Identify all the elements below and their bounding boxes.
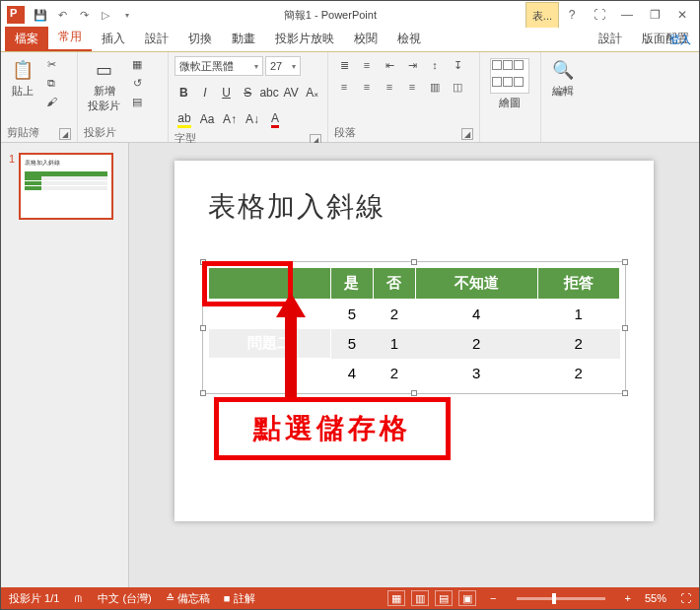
row-header[interactable]: 問題二	[209, 329, 331, 359]
close-button[interactable]: ✕	[669, 5, 695, 25]
minimize-button[interactable]: —	[614, 5, 640, 25]
change-case-button[interactable]: Aa	[197, 109, 217, 129]
clipboard-launcher[interactable]: ◢	[59, 128, 71, 140]
slide-canvas[interactable]: 表格加入斜線 是 否 不知道	[175, 161, 654, 521]
shadow-button[interactable]: abc	[259, 83, 278, 102]
grow-font-button[interactable]: A↑	[220, 109, 240, 129]
underline-button[interactable]: U	[217, 83, 236, 102]
resize-handle[interactable]	[622, 259, 628, 265]
italic-button[interactable]: I	[196, 83, 215, 102]
table-cell[interactable]: 3	[415, 359, 537, 388]
shapes-button[interactable]: 繪圖	[486, 56, 533, 112]
undo-icon[interactable]: ↶	[54, 7, 70, 23]
tab-transitions[interactable]: 切換	[178, 27, 222, 51]
comments-button[interactable]: ■ 註解	[224, 591, 255, 606]
table-header[interactable]: 拒答	[537, 268, 619, 300]
line-spacing-button[interactable]: ↕	[425, 56, 445, 74]
start-slideshow-icon[interactable]: ▷	[98, 7, 113, 23]
smartart-button[interactable]: ◫	[448, 78, 467, 96]
redo-icon[interactable]: ↷	[76, 7, 92, 23]
table-header[interactable]: 否	[373, 268, 415, 300]
table-object[interactable]: 是 否 不知道 拒答 問題一 5 2 4 1 問題二 5	[208, 267, 620, 388]
resize-handle[interactable]	[622, 390, 628, 396]
font-color-button[interactable]: A	[265, 109, 285, 129]
tab-file[interactable]: 檔案	[5, 27, 48, 51]
reading-view-button[interactable]: ▤	[435, 590, 453, 606]
slide-title[interactable]: 表格加入斜線	[208, 188, 620, 226]
reset-icon[interactable]: ↺	[128, 75, 146, 91]
resize-handle[interactable]	[200, 259, 206, 265]
columns-button[interactable]: ▥	[425, 78, 445, 96]
tab-slideshow[interactable]: 投影片放映	[265, 27, 344, 51]
signin-link[interactable]: 登入	[669, 33, 691, 47]
table-cell[interactable]: 1	[537, 300, 619, 329]
copy-icon[interactable]: ⧉	[42, 75, 60, 91]
table-cell[interactable]: 2	[415, 329, 537, 359]
maximize-button[interactable]: ❐	[642, 5, 667, 25]
paragraph-launcher[interactable]: ◢	[461, 128, 473, 140]
align-center-button[interactable]: ≡	[357, 78, 377, 96]
indent-inc-button[interactable]: ⇥	[402, 56, 422, 74]
fit-window-button[interactable]: ⛶	[680, 592, 691, 604]
tab-insert[interactable]: 插入	[92, 27, 135, 51]
table-cell[interactable]: 4	[415, 300, 537, 329]
shrink-font-button[interactable]: A↓	[243, 109, 262, 129]
table-cell[interactable]: 5	[330, 300, 373, 329]
slide-thumbnail-1[interactable]: 表格加入斜線	[19, 153, 113, 220]
highlight-color-button[interactable]: ab	[175, 109, 194, 129]
tab-tool-design[interactable]: 設計	[589, 27, 632, 51]
bullets-button[interactable]: ≣	[334, 56, 354, 74]
notes-button[interactable]: ≙ 備忘稿	[166, 591, 210, 606]
editing-button[interactable]: 🔍 編輯	[547, 56, 579, 101]
zoom-slider[interactable]	[517, 597, 605, 600]
spellcheck-icon[interactable]: ⫙	[73, 592, 84, 604]
table-cell[interactable]: 4	[330, 359, 373, 388]
tab-home[interactable]: 常用	[48, 25, 92, 51]
tab-design[interactable]: 設計	[135, 27, 178, 51]
align-right-button[interactable]: ≡	[380, 78, 399, 96]
help-button[interactable]: ?	[559, 5, 585, 25]
format-painter-icon[interactable]: 🖌	[42, 94, 60, 109]
justify-button[interactable]: ≡	[402, 78, 422, 96]
resize-handle[interactable]	[411, 259, 417, 265]
clear-format-button[interactable]: Aₓ	[303, 83, 321, 102]
data-table[interactable]: 是 否 不知道 拒答 問題一 5 2 4 1 問題二 5	[208, 267, 620, 388]
text-direction-button[interactable]: ↧	[448, 56, 467, 74]
table-cell[interactable]: 2	[373, 359, 415, 388]
resize-handle[interactable]	[411, 390, 417, 396]
zoom-in-button[interactable]: +	[625, 592, 631, 604]
table-header[interactable]: 是	[330, 268, 373, 300]
table-header-blank[interactable]	[209, 268, 331, 300]
slide-counter[interactable]: 投影片 1/1	[9, 591, 59, 606]
row-header[interactable]: 問題一	[209, 300, 331, 329]
bold-button[interactable]: B	[175, 83, 193, 102]
slideshow-view-button[interactable]: ▣	[458, 590, 476, 606]
section-icon[interactable]: ▤	[128, 94, 146, 109]
indent-dec-button[interactable]: ⇤	[380, 56, 399, 74]
resize-handle[interactable]	[200, 390, 206, 396]
new-slide-button[interactable]: ▭ 新增 投影片	[84, 56, 124, 115]
normal-view-button[interactable]: ▦	[387, 590, 405, 606]
row-header[interactable]: 問題二	[209, 359, 331, 388]
strike-button[interactable]: S	[239, 83, 257, 102]
table-cell[interactable]: 5	[330, 329, 373, 359]
tab-review[interactable]: 校閱	[344, 27, 387, 51]
layout-icon[interactable]: ▦	[128, 56, 146, 72]
table-cell[interactable]: 1	[373, 329, 415, 359]
resize-handle[interactable]	[200, 325, 206, 331]
table-cell[interactable]: 2	[537, 329, 619, 359]
cut-icon[interactable]: ✂	[42, 56, 60, 72]
table-cell[interactable]: 2	[373, 300, 415, 329]
sorter-view-button[interactable]: ▥	[411, 590, 429, 606]
zoom-level[interactable]: 55%	[645, 592, 666, 604]
table-cell[interactable]: 2	[537, 359, 619, 388]
tab-animations[interactable]: 動畫	[222, 27, 265, 51]
zoom-out-button[interactable]: −	[490, 592, 496, 604]
ribbon-options-button[interactable]: ⛶	[587, 5, 612, 25]
qat-more-icon[interactable]: ▾	[119, 7, 135, 23]
align-left-button[interactable]: ≡	[334, 78, 354, 96]
font-name-select[interactable]: 微軟正黑體▾	[175, 56, 263, 76]
resize-handle[interactable]	[622, 325, 628, 331]
char-spacing-button[interactable]: AV	[282, 83, 301, 102]
save-icon[interactable]: 💾	[33, 7, 48, 23]
